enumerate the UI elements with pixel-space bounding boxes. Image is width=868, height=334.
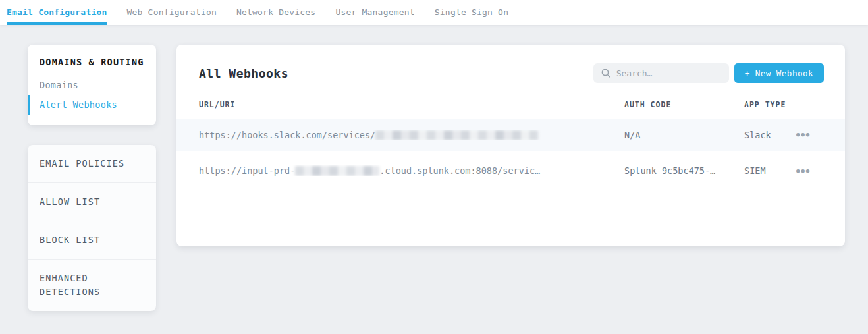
- page-title: All Webhooks: [199, 67, 288, 80]
- sidebar-item-domains[interactable]: Domains: [28, 75, 156, 95]
- sidebar-item-alert-webhooks[interactable]: Alert Webhooks: [28, 95, 156, 115]
- column-header-url: URL/URI: [199, 100, 624, 109]
- sidebar-item-email-policies[interactable]: EMAIL POLICIES: [28, 145, 156, 182]
- search-box[interactable]: [593, 63, 729, 83]
- search-input[interactable]: [616, 69, 721, 78]
- sidebar-item-allow-list[interactable]: ALLOW LIST: [28, 182, 156, 221]
- tab-user-management[interactable]: User Management: [335, 0, 414, 25]
- new-webhook-button[interactable]: + New Webhook: [734, 63, 824, 83]
- tab-single-sign-on[interactable]: Single Sign On: [435, 0, 508, 25]
- table-row[interactable]: https://input-prd-.cloud.splunk.com:8088…: [176, 151, 845, 190]
- webhooks-table: URL/URI AUTH CODE APP TYPE https://hooks…: [176, 97, 845, 190]
- ellipsis-icon[interactable]: ●●●: [795, 165, 812, 177]
- redacted-url-segment: [295, 166, 379, 176]
- webhook-auth-code: Splunk 9c5bc475-…: [624, 165, 744, 176]
- ellipsis-icon[interactable]: ●●●: [795, 129, 812, 140]
- tab-email-configuration[interactable]: Email Configuration: [7, 0, 107, 25]
- page-body: DOMAINS & ROUTING Domains Alert Webhooks…: [0, 25, 868, 311]
- webhooks-header: All Webhooks + New Webhook: [176, 45, 845, 97]
- domains-routing-heading: DOMAINS & ROUTING: [28, 57, 156, 67]
- webhook-url: https://input-prd-.cloud.splunk.com:8088…: [199, 165, 624, 176]
- column-header-auth-code: AUTH CODE: [624, 100, 744, 109]
- tab-web-configuration[interactable]: Web Configuration: [127, 0, 217, 25]
- policy-nav-card: EMAIL POLICIES ALLOW LIST BLOCK LIST ENH…: [28, 145, 156, 311]
- redacted-url-segment: [375, 130, 538, 140]
- webhook-url: https://hooks.slack.com/services/: [199, 130, 624, 140]
- domains-routing-card: DOMAINS & ROUTING Domains Alert Webhooks: [28, 45, 156, 125]
- search-icon: [601, 69, 610, 78]
- sidebar-item-enhanced-detections[interactable]: ENHANCED DETECTIONS: [28, 259, 156, 311]
- tab-network-devices[interactable]: Network Devices: [236, 0, 315, 25]
- table-header-row: URL/URI AUTH CODE APP TYPE: [176, 97, 845, 119]
- webhook-app-type: SIEM: [744, 165, 795, 176]
- top-nav: Email Configuration Web Configuration Ne…: [0, 0, 868, 25]
- webhooks-panel: All Webhooks + New Webhook URL/URI AUTH …: [176, 45, 845, 246]
- table-row[interactable]: https://hooks.slack.com/services/ N/A Sl…: [176, 119, 845, 151]
- column-header-app-type: APP TYPE: [744, 100, 795, 109]
- sidebar: DOMAINS & ROUTING Domains Alert Webhooks…: [28, 45, 156, 311]
- webhook-auth-code: N/A: [624, 130, 744, 140]
- webhook-app-type: Slack: [744, 130, 795, 140]
- sidebar-item-block-list[interactable]: BLOCK LIST: [28, 221, 156, 259]
